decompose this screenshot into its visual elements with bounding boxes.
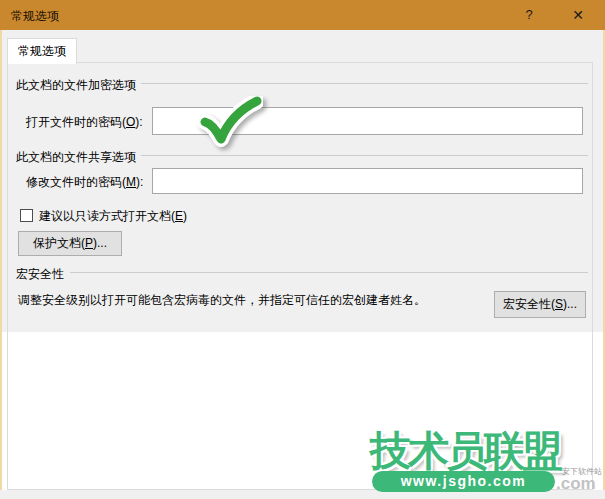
tab-general-options[interactable]: 常规选项: [7, 38, 77, 64]
protect-document-button[interactable]: 保护文档(P)...: [18, 231, 122, 256]
readonly-checkbox[interactable]: [20, 209, 33, 222]
encryption-group-separator: [141, 83, 588, 84]
macro-security-description: 调整安全级别以打开可能包含宏病毒的文件，并指定可信任的宏创建者姓名。: [18, 292, 488, 309]
close-icon[interactable]: ✕: [560, 0, 596, 30]
macro-security-button[interactable]: 宏安全性(S)...: [494, 291, 586, 318]
macro-group-title: 宏安全性: [16, 266, 64, 283]
title-bar: 常规选项 ? ✕: [0, 0, 605, 30]
readonly-checkbox-label: 建议以只读方式打开文档(E): [39, 208, 187, 225]
general-options-dialog: 常规选项 ? ✕ 常规选项 此文档的文件加密选项 打开文件时的密码(O): 此文…: [0, 0, 605, 499]
open-password-label: 打开文件时的密码(O):: [26, 114, 143, 131]
sharing-group-title: 此文档的文件共享选项: [16, 149, 136, 166]
modify-password-input[interactable]: [152, 168, 583, 194]
sharing-group-separator: [141, 155, 588, 156]
macro-group-separator: [70, 272, 588, 273]
window-left-border: [0, 30, 2, 490]
encryption-group-title: 此文档的文件加密选项: [16, 77, 136, 94]
dialog-title: 常规选项: [11, 8, 59, 25]
modify-password-label: 修改文件时的密码(M):: [26, 174, 143, 191]
help-icon[interactable]: ?: [512, 0, 546, 30]
watermark-url-badge: www.jsgho.com: [372, 471, 555, 492]
green-checkmark-annotation: [197, 96, 263, 148]
watermark-side-domain-text: .com: [556, 474, 596, 494]
